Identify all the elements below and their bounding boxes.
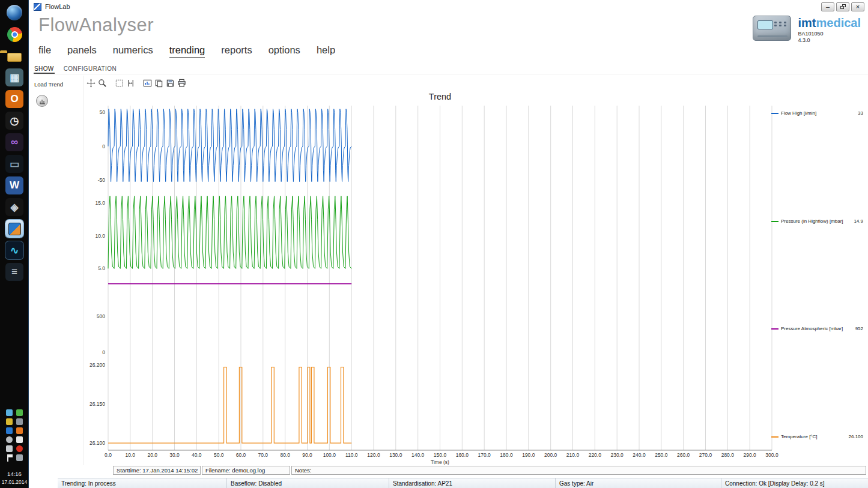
taskbar-flowanalyser-icon[interactable]: ∿ [5,241,23,259]
svg-text:250.0: 250.0 [655,452,668,458]
tray-flag-icon[interactable] [6,454,13,462]
svg-text:80.0: 80.0 [280,452,290,458]
legend-value: 26.100 [849,434,863,439]
tray-bluetooth-icon[interactable] [6,427,13,434]
status-top-seg-1: Filename: demoLog.log [202,466,290,475]
zoom-window-icon[interactable] [97,77,108,89]
status-bottom-seg-3: Gas type: Air [556,478,721,488]
legend-item-1: Pressure (in Highflow) [mbar]14.9 [771,218,863,224]
svg-text:10.0: 10.0 [126,452,136,458]
restore-button[interactable] [836,2,849,11]
taskbar-infinity-icon[interactable]: ∞ [5,133,23,151]
svg-text:50: 50 [100,109,106,115]
menu-item-file[interactable]: file [38,44,51,58]
svg-text:290.0: 290.0 [744,452,757,458]
system-tray [6,409,24,462]
device-id: BA101050 [798,31,861,37]
taskbar-layers-icon[interactable]: ≡ [5,263,23,281]
page-title: FlowAnalyser [38,14,154,36]
copy-icon[interactable] [153,77,165,89]
tray-alert-icon[interactable] [16,445,23,452]
menu-item-reports[interactable]: reports [221,44,252,58]
svg-text:26.100: 26.100 [90,440,105,446]
data-cursor-icon[interactable] [125,77,136,89]
device-illustration [753,16,791,41]
menu-item-help[interactable]: help [317,44,335,58]
svg-text:40.0: 40.0 [192,452,202,458]
svg-text:210.0: 210.0 [566,452,580,458]
tray-volume-icon[interactable] [6,445,13,452]
svg-text:110.0: 110.0 [345,452,358,458]
chart-toolbar [85,77,187,89]
load-trend-button[interactable] [36,95,48,107]
print-icon[interactable] [176,77,187,89]
window-buttons: –× [819,2,864,11]
tray-shield-icon[interactable] [16,418,23,425]
legend-value: 33 [858,110,863,116]
status-bottom-seg-1: Baseflow: Disabled [227,478,389,488]
menu-item-options[interactable]: options [269,44,300,58]
device-screen [757,20,773,29]
select-region-icon[interactable] [114,77,125,89]
status-bottom-seg-4: Connection: Ok [Display Delay: 0.2 s] [721,478,868,488]
legend-value: 14.9 [854,218,863,224]
tray-orange-icon[interactable] [16,427,23,434]
svg-text:120.0: 120.0 [367,452,380,458]
close-button[interactable]: × [851,2,864,11]
tray-green-icon[interactable] [16,409,23,416]
tab-show[interactable]: SHOW [34,64,55,74]
legend-item-3: Temperature [°C]26.100 [771,434,863,439]
device-buttons [774,22,788,26]
svg-text:30.0: 30.0 [169,452,180,458]
svg-text:26.200: 26.200 [90,362,105,368]
taskbar-monitor-icon[interactable]: ▭ [5,155,23,173]
brand-imt: imt [798,16,816,29]
imtmedical-logo: imtmedical [798,16,861,31]
status-top-seg-0: Starttime: 17.Jan.2014 14:15:02 [113,466,201,475]
tray-network-icon[interactable] [6,409,13,416]
legend-value: 952 [855,326,863,331]
svg-text:20.0: 20.0 [147,452,157,458]
menu-item-trending[interactable]: trending [169,44,205,58]
series-3 [108,367,351,444]
taskbar-word-icon[interactable]: W [5,176,23,194]
tray-colorsync-icon[interactable] [6,418,13,425]
mini-chart-icon [39,98,46,104]
tray-signal-icon[interactable] [16,454,23,461]
svg-text:240.0: 240.0 [633,452,646,458]
tab-configuration[interactable]: CONFIGURATION [63,64,117,74]
trend-chart[interactable]: 0.010.020.030.040.050.060.070.080.090.01… [84,102,868,466]
chart-properties-icon[interactable] [142,77,153,89]
svg-text:70.0: 70.0 [258,452,269,458]
chart-title: Trend [108,92,772,101]
os-taskbar: ▦O◷∞▭W◈∿≡ 14:16 17.01.2014 [0,0,29,488]
status-top-seg-2: Notes: [291,466,866,475]
taskbar-chrome-icon[interactable] [5,25,23,43]
brand-text: imtmedical BA101050 4.3.0 [798,16,861,44]
pan-icon[interactable] [85,77,97,89]
svg-text:60.0: 60.0 [236,452,246,458]
taskbar-outlook-icon[interactable]: O [5,90,23,108]
tray-battery-icon[interactable] [16,436,23,443]
menu-item-panels[interactable]: panels [67,44,97,58]
taskbar-timer-icon[interactable]: ◷ [5,112,23,130]
svg-text:0: 0 [102,143,105,149]
taskbar-tools-icon[interactable]: ◈ [5,198,23,216]
legend-label: Flow High [l/min] [781,110,816,116]
menu-item-numerics[interactable]: numerics [113,44,153,58]
svg-text:0: 0 [102,349,105,355]
minimize-button[interactable]: – [821,2,834,11]
svg-text:90.0: 90.0 [302,452,312,458]
tray-remove-icon[interactable] [6,436,13,443]
taskbar-flowlab-icon[interactable] [5,220,23,238]
save-icon[interactable] [165,77,176,89]
window-titlebar[interactable]: FlowLab –× [29,0,868,13]
legend-item-2: Pressure Atmospheric [mbar]952 [771,326,863,331]
taskbar-folder-icon[interactable] [5,47,23,65]
svg-text:Time (s): Time (s) [431,459,449,465]
svg-text:-50: -50 [98,177,106,183]
taskbar-gallery-icon[interactable]: ▦ [5,68,23,86]
taskbar-start-orb-icon[interactable] [5,4,23,22]
svg-text:220.0: 220.0 [589,452,602,458]
svg-text:10.0: 10.0 [95,233,105,239]
